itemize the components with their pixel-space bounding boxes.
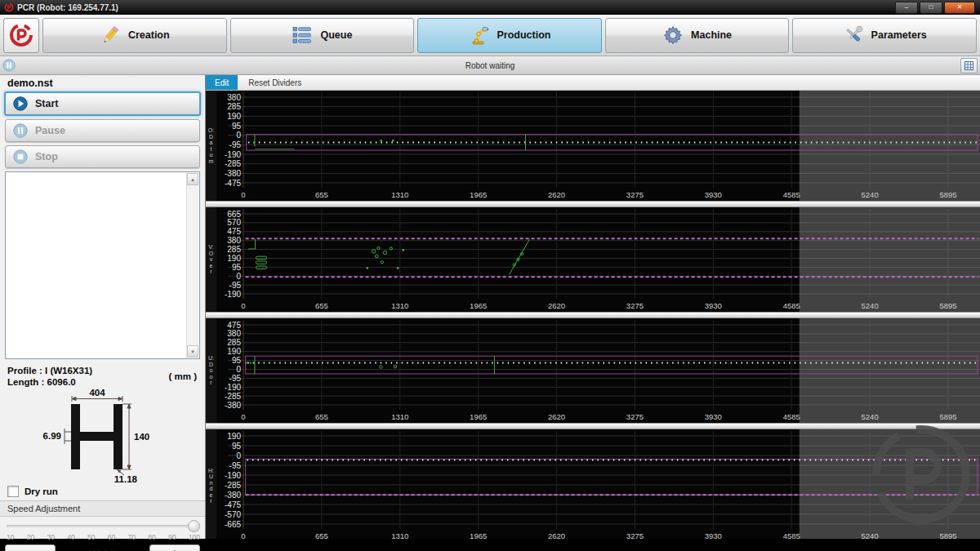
svg-text:4585: 4585 [783,190,800,199]
speed-tick-label: 90 [168,533,176,541]
start-button-label: Start [35,98,58,109]
edit-button[interactable]: Edit [206,75,238,90]
svg-text:5895: 5895 [939,531,956,539]
svg-text:0: 0 [236,272,241,281]
speed-increase-button[interactable]: + [149,544,200,551]
chart-o-datum: 380285190950-95-190-285-380-475065513101… [216,91,980,201]
dry-run-checkbox[interactable] [7,486,19,497]
reset-dividers-button[interactable]: Reset Dividers [238,75,312,90]
dry-run-label: Dry run [24,487,58,496]
face-chart-row-v-over: V:Over665570475380285190950-95-190065513… [206,207,980,312]
svg-text:-190: -190 [225,471,241,480]
svg-text:4585: 4585 [783,412,800,421]
stop-icon [13,149,28,164]
tab-parameters[interactable]: Parameters [792,18,977,53]
dim-flange-thickness: 11.18 [114,474,138,484]
svg-text:0: 0 [241,301,245,310]
speed-decrease-button[interactable]: - [5,544,56,551]
tab-machine-label: Machine [691,29,732,41]
chart-divider[interactable] [206,312,980,318]
robot-status-text: Robot waiting [0,61,980,70]
app-logo-icon [4,2,14,12]
speed-controls: - 100.0 % + [5,544,200,551]
speed-tick-label: 70 [128,533,136,541]
dry-run-row: Dry run [0,484,205,500]
brand-logo-button[interactable] [3,18,39,53]
chart-divider[interactable] [206,201,980,207]
svg-text:0: 0 [241,190,245,199]
main-content: demo.nst Start Pause Stop [0,75,980,539]
svg-text:2620: 2620 [548,412,565,421]
svg-text:-665: -665 [225,520,241,529]
list-scrollbar[interactable]: ▲ ▼ [186,173,198,358]
speed-slider[interactable] [5,518,200,533]
svg-text:1310: 1310 [391,531,408,539]
pause-button[interactable]: Pause [5,119,200,142]
face-axis-label-u-door: U:Door [206,318,216,423]
start-button[interactable]: Start [4,91,201,116]
job-message-list[interactable]: ▲ ▼ [5,171,200,359]
speed-tick-label: 20 [27,533,34,541]
svg-text:570: 570 [227,218,241,227]
title-bar: PCR (Robot: 169.254.77.1) – □ ✕ [0,0,980,15]
face-charts-area: Edit Reset Dividers O:Datum380285190950-… [206,75,980,539]
svg-text:190: 190 [227,432,241,441]
svg-text:4585: 4585 [783,531,800,539]
svg-text:3275: 3275 [626,531,644,539]
minimize-button[interactable]: – [895,2,918,14]
slider-handle[interactable] [188,520,200,532]
tab-machine[interactable]: Machine [605,18,790,53]
profile-info: Profile : I (W16X31) Length : 6096.0 ( m… [0,362,205,388]
svg-text:380: 380 [227,93,241,102]
svg-text:3930: 3930 [705,301,722,310]
slider-groove[interactable] [7,525,198,527]
tab-creation-label: Creation [128,29,170,41]
pause-button-label: Pause [35,125,65,136]
svg-text:190: 190 [227,112,241,121]
dim-web-thickness: 6.99 [43,431,61,441]
speed-tick-label: 40 [67,533,74,541]
svg-text:655: 655 [315,412,328,421]
dim-flange-width: 404 [89,388,105,398]
speed-adjustment-header: Speed Adjustment [0,500,205,517]
svg-text:1310: 1310 [391,412,408,421]
tab-creation[interactable]: Creation [42,18,227,53]
svg-text:475: 475 [227,321,241,330]
speed-tick-label: 50 [87,533,95,541]
svg-text:-285: -285 [225,159,241,168]
face-axis-label-h-under: H:Under [206,429,216,539]
loaded-file-name: demo.nst [0,75,205,90]
svg-text:95: 95 [232,356,242,365]
svg-text:1310: 1310 [391,301,408,310]
tab-queue[interactable]: Queue [230,18,415,53]
scroll-up-arrow-icon[interactable]: ▲ [187,173,198,185]
maximize-button[interactable]: □ [920,2,942,14]
svg-text:655: 655 [315,190,328,199]
tab-parameters-label: Parameters [871,29,927,41]
svg-text:-285: -285 [225,481,241,490]
speed-tick-label: 60 [108,533,115,541]
speed-tick-scale: 102030405060708090100 [0,533,205,541]
svg-text:5240: 5240 [862,412,879,421]
svg-text:-570: -570 [225,510,241,519]
svg-text:0: 0 [236,131,241,140]
window-title: PCR (Robot: 169.254.77.1) [17,3,118,12]
stop-button[interactable]: Stop [5,145,200,168]
pause-icon [13,123,28,138]
face-axis-label-v-over: V:Over [206,207,216,312]
dim-depth: 140 [134,432,149,442]
speed-tick-label: 10 [7,533,14,541]
tab-production[interactable]: Production [417,18,602,53]
svg-text:1965: 1965 [470,301,487,310]
profile-cross-section: 404 6.99 140 11.18 [0,388,205,484]
svg-text:4585: 4585 [783,301,800,310]
beam-cross-section-diagram: 404 6.99 140 11.18 [0,388,193,484]
close-button[interactable]: ✕ [944,2,975,14]
main-tab-bar: Creation Queue Production [0,15,980,56]
svg-text:0: 0 [236,365,241,374]
scroll-down-arrow-icon[interactable]: ▼ [187,345,198,358]
chart-divider[interactable] [206,423,980,429]
svg-text:190: 190 [227,347,241,356]
svg-text:-285: -285 [225,392,241,401]
svg-text:1965: 1965 [470,531,487,539]
